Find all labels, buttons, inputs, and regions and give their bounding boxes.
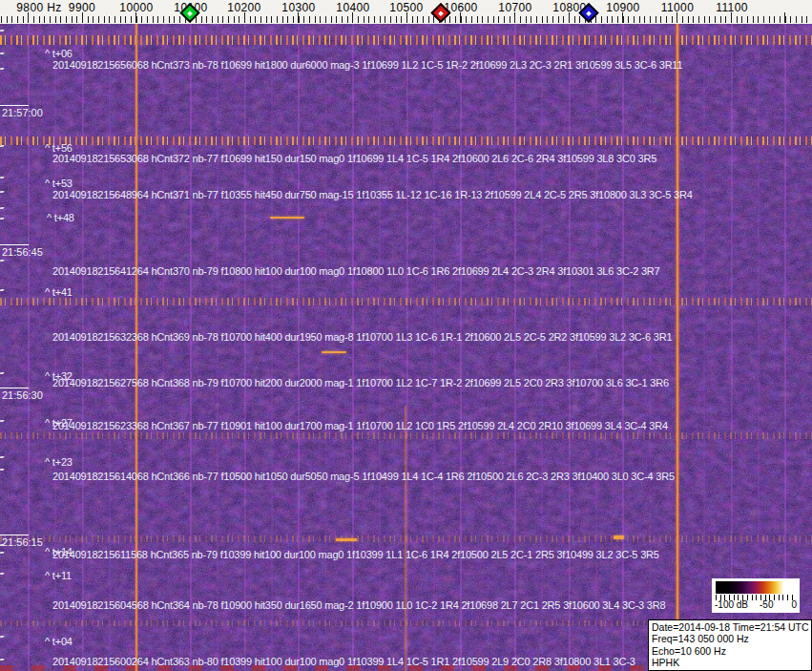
noise-band <box>0 136 812 145</box>
event-data-line: 20140918215648964 hCnt371 nb-77 f10355 h… <box>52 189 693 200</box>
freq-axis-label: 10000 <box>119 1 153 14</box>
info-date-time: Date=2014-09-18 Time=21:54 UTC <box>652 621 808 633</box>
echo-streak <box>614 535 624 539</box>
carrier-line <box>675 24 680 671</box>
info-echo-frequency: Echo=10 600 Hz <box>652 645 808 657</box>
freq-axis-label: 11000 <box>661 1 694 14</box>
event-time-tag: ^ t+53 <box>45 178 73 189</box>
db-max-label: 0 <box>791 599 797 610</box>
carrier-line <box>135 24 139 671</box>
freq-axis-label: 10300 <box>281 1 315 14</box>
frequency-ruler[interactable]: 9800 Hz990010000101001020010300104001050… <box>0 0 812 24</box>
freq-axis-label: 10200 <box>227 1 260 14</box>
event-data-line: 20140918215641264 hCnt370 nb-79 f10800 h… <box>52 265 660 277</box>
time-tick-line <box>0 244 29 245</box>
event-time-tag: ^ t+04 <box>45 636 73 647</box>
time-axis-label: 21:56:30 <box>2 389 43 401</box>
event-time-tag: ^ t+11 <box>45 570 72 581</box>
db-mid-label: -50 <box>760 599 773 610</box>
freq-axis-label: 11100 <box>716 1 748 14</box>
spectrum-waterfall-window: 9800 Hz990010000101001020010300104001050… <box>0 0 812 671</box>
event-data-line: 20140918215614068 hCnt366 nb-77 f10500 h… <box>52 471 675 482</box>
event-data-line: 20140918215611568 hCnt365 nb-79 f10399 h… <box>52 549 659 560</box>
freq-axis-label: 10900 <box>606 1 639 14</box>
event-time-tag: ^ t+41 <box>45 286 73 298</box>
freq-axis-label: 9900 <box>69 1 95 14</box>
time-axis-label: 21:56:15 <box>2 536 43 548</box>
db-gradient-bar <box>716 581 796 594</box>
event-time-tag: ^ t+48 <box>47 212 74 223</box>
event-data-line: 20140918215653068 hCnt372 nb-77 f10699 h… <box>52 153 656 164</box>
echo-streak <box>270 217 304 219</box>
freq-axis-label: 9800 Hz <box>16 1 62 14</box>
event-data-line: 20140918215627568 hCnt368 nb-79 f10700 h… <box>52 377 669 388</box>
event-data-line: 20140918215604568 hCnt364 nb-78 f10900 h… <box>52 599 665 611</box>
event-time-tag: ^ t+23 <box>45 456 73 468</box>
event-data-line: 20140918215600264 hCnt363 nb-80 f10399 h… <box>52 656 635 667</box>
noise-band <box>0 35 812 45</box>
time-axis-label: 21:57:00 <box>2 107 43 118</box>
db-min-label: -100 dB <box>715 599 748 610</box>
echo-streak <box>336 538 357 541</box>
event-data-line: 20140918215656068 hCnt373 nb-78 f10699 h… <box>52 59 682 71</box>
info-mode-label: HPHK <box>652 657 808 668</box>
status-info-box: Date=2014-09-18 Time=21:54 UTC Freq=143 … <box>648 619 812 671</box>
freq-axis-label: 10500 <box>389 1 423 14</box>
time-tick-line <box>0 105 29 106</box>
noise-band <box>0 298 812 305</box>
time-tick-line <box>0 535 29 535</box>
time-tick-line <box>0 388 29 388</box>
carrier-line <box>404 406 407 671</box>
db-color-scale: -100 dB -50 0 <box>712 578 800 613</box>
100hz-gridlines <box>28 24 812 671</box>
event-data-line: 20140918215623368 hCnt367 nb-77 f10901 h… <box>52 420 668 431</box>
waterfall-spectrogram: -100 dB -50 0 Date=2014-09-18 Time=21:54… <box>0 24 812 671</box>
event-time-tag: ^ t+06 <box>45 48 73 59</box>
info-frequency: Freq=143 050 000 Hz <box>652 633 808 644</box>
time-axis-label: 21:56:45 <box>2 246 43 258</box>
freq-axis-label: 10700 <box>498 1 531 14</box>
freq-axis-label: 10400 <box>336 1 369 14</box>
event-data-line: 20140918215632368 hCnt369 nb-78 f10700 h… <box>52 331 672 343</box>
echo-streak <box>322 351 346 353</box>
